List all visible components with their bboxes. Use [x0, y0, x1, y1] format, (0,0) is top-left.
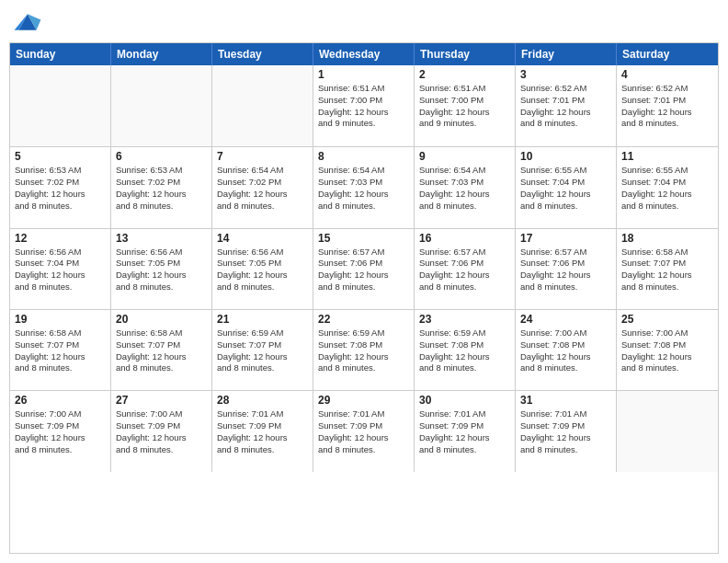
cal-cell-4-3: 21Sunrise: 6:59 AM Sunset: 7:07 PM Dayli…	[212, 310, 313, 390]
cal-cell-4-4: 22Sunrise: 6:59 AM Sunset: 7:08 PM Dayli…	[313, 310, 415, 390]
header-day-tuesday: Tuesday	[212, 43, 313, 65]
day-number: 17	[520, 232, 611, 245]
cal-cell-3-5: 16Sunrise: 6:57 AM Sunset: 7:06 PM Dayli…	[415, 229, 516, 309]
day-number: 19	[15, 313, 106, 326]
cal-cell-5-2: 27Sunrise: 7:00 AM Sunset: 7:09 PM Dayli…	[111, 391, 212, 471]
day-number: 6	[116, 150, 207, 163]
cal-cell-4-7: 25Sunrise: 7:00 AM Sunset: 7:08 PM Dayli…	[617, 310, 718, 390]
day-number: 14	[217, 232, 308, 245]
day-number: 22	[318, 313, 409, 326]
day-number: 3	[520, 68, 611, 81]
cal-cell-4-1: 19Sunrise: 6:58 AM Sunset: 7:07 PM Dayli…	[10, 310, 111, 390]
header-day-monday: Monday	[111, 43, 212, 65]
day-info: Sunrise: 7:01 AM Sunset: 7:09 PM Dayligh…	[520, 408, 611, 455]
week-row-3: 12Sunrise: 6:56 AM Sunset: 7:04 PM Dayli…	[10, 228, 718, 309]
day-number: 12	[15, 232, 106, 245]
day-info: Sunrise: 7:01 AM Sunset: 7:09 PM Dayligh…	[419, 408, 510, 455]
cal-cell-4-5: 23Sunrise: 6:59 AM Sunset: 7:08 PM Dayli…	[415, 310, 516, 390]
cal-cell-5-5: 30Sunrise: 7:01 AM Sunset: 7:09 PM Dayli…	[415, 391, 516, 471]
cal-cell-3-1: 12Sunrise: 6:56 AM Sunset: 7:04 PM Dayli…	[10, 229, 111, 309]
header-day-friday: Friday	[516, 43, 617, 65]
week-row-5: 26Sunrise: 7:00 AM Sunset: 7:09 PM Dayli…	[10, 390, 718, 471]
day-number: 8	[318, 150, 409, 163]
day-info: Sunrise: 6:58 AM Sunset: 7:07 PM Dayligh…	[15, 327, 106, 374]
calendar: SundayMondayTuesdayWednesdayThursdayFrid…	[9, 42, 719, 554]
calendar-header: SundayMondayTuesdayWednesdayThursdayFrid…	[10, 43, 718, 65]
cal-cell-5-1: 26Sunrise: 7:00 AM Sunset: 7:09 PM Dayli…	[10, 391, 111, 471]
day-number: 30	[419, 394, 510, 407]
day-info: Sunrise: 6:52 AM Sunset: 7:01 PM Dayligh…	[621, 83, 713, 130]
logo	[13, 9, 46, 35]
day-number: 16	[419, 232, 510, 245]
day-info: Sunrise: 6:58 AM Sunset: 7:07 PM Dayligh…	[116, 327, 207, 374]
day-number: 28	[217, 394, 308, 407]
day-info: Sunrise: 6:53 AM Sunset: 7:02 PM Dayligh…	[116, 165, 207, 212]
day-number: 18	[621, 232, 713, 245]
header	[9, 9, 719, 35]
day-info: Sunrise: 6:56 AM Sunset: 7:05 PM Dayligh…	[217, 247, 308, 293]
day-info: Sunrise: 7:01 AM Sunset: 7:09 PM Dayligh…	[318, 408, 409, 455]
day-info: Sunrise: 7:01 AM Sunset: 7:09 PM Dayligh…	[217, 408, 308, 455]
day-info: Sunrise: 6:54 AM Sunset: 7:03 PM Dayligh…	[419, 165, 510, 212]
cal-cell-3-4: 15Sunrise: 6:57 AM Sunset: 7:06 PM Dayli…	[313, 229, 415, 309]
day-info: Sunrise: 6:59 AM Sunset: 7:08 PM Dayligh…	[318, 327, 409, 374]
day-info: Sunrise: 6:55 AM Sunset: 7:04 PM Dayligh…	[621, 165, 713, 212]
day-info: Sunrise: 6:57 AM Sunset: 7:06 PM Dayligh…	[318, 247, 409, 293]
cal-cell-5-4: 29Sunrise: 7:01 AM Sunset: 7:09 PM Dayli…	[313, 391, 415, 471]
cal-cell-2-7: 11Sunrise: 6:55 AM Sunset: 7:04 PM Dayli…	[617, 147, 718, 227]
day-number: 26	[15, 394, 106, 407]
cal-cell-1-1	[10, 65, 111, 146]
day-info: Sunrise: 6:52 AM Sunset: 7:01 PM Dayligh…	[520, 83, 611, 130]
cal-cell-2-2: 6Sunrise: 6:53 AM Sunset: 7:02 PM Daylig…	[111, 147, 212, 227]
day-number: 20	[116, 313, 207, 326]
day-info: Sunrise: 6:51 AM Sunset: 7:00 PM Dayligh…	[419, 83, 510, 130]
day-number: 27	[116, 394, 207, 407]
cal-cell-3-6: 17Sunrise: 6:57 AM Sunset: 7:06 PM Dayli…	[516, 229, 617, 309]
logo-icon	[13, 9, 42, 35]
day-info: Sunrise: 6:57 AM Sunset: 7:06 PM Dayligh…	[520, 247, 611, 293]
calendar-body: 1Sunrise: 6:51 AM Sunset: 7:00 PM Daylig…	[10, 65, 718, 553]
header-day-saturday: Saturday	[617, 43, 718, 65]
day-info: Sunrise: 6:54 AM Sunset: 7:03 PM Dayligh…	[318, 165, 409, 212]
day-info: Sunrise: 6:58 AM Sunset: 7:07 PM Dayligh…	[621, 247, 713, 293]
week-row-1: 1Sunrise: 6:51 AM Sunset: 7:00 PM Daylig…	[10, 65, 718, 146]
day-number: 10	[520, 150, 611, 163]
day-number: 7	[217, 150, 308, 163]
cal-cell-2-5: 9Sunrise: 6:54 AM Sunset: 7:03 PM Daylig…	[415, 147, 516, 227]
day-info: Sunrise: 7:00 AM Sunset: 7:09 PM Dayligh…	[116, 408, 207, 455]
day-info: Sunrise: 6:59 AM Sunset: 7:07 PM Dayligh…	[217, 327, 308, 374]
cal-cell-4-6: 24Sunrise: 7:00 AM Sunset: 7:08 PM Dayli…	[516, 310, 617, 390]
cal-cell-2-1: 5Sunrise: 6:53 AM Sunset: 7:02 PM Daylig…	[10, 147, 111, 227]
cal-cell-3-2: 13Sunrise: 6:56 AM Sunset: 7:05 PM Dayli…	[111, 229, 212, 309]
day-number: 9	[419, 150, 510, 163]
day-number: 15	[318, 232, 409, 245]
cal-cell-1-4: 1Sunrise: 6:51 AM Sunset: 7:00 PM Daylig…	[313, 65, 415, 146]
week-row-4: 19Sunrise: 6:58 AM Sunset: 7:07 PM Dayli…	[10, 309, 718, 390]
day-number: 23	[419, 313, 510, 326]
day-info: Sunrise: 6:56 AM Sunset: 7:04 PM Dayligh…	[15, 247, 106, 293]
header-day-sunday: Sunday	[10, 43, 111, 65]
day-number: 11	[621, 150, 713, 163]
cal-cell-2-4: 8Sunrise: 6:54 AM Sunset: 7:03 PM Daylig…	[313, 147, 415, 227]
day-info: Sunrise: 7:00 AM Sunset: 7:08 PM Dayligh…	[520, 327, 611, 374]
day-number: 31	[520, 394, 611, 407]
cal-cell-1-7: 4Sunrise: 6:52 AM Sunset: 7:01 PM Daylig…	[617, 65, 718, 146]
header-day-thursday: Thursday	[415, 43, 516, 65]
day-info: Sunrise: 6:51 AM Sunset: 7:00 PM Dayligh…	[318, 83, 409, 130]
day-info: Sunrise: 6:59 AM Sunset: 7:08 PM Dayligh…	[419, 327, 510, 374]
day-info: Sunrise: 6:56 AM Sunset: 7:05 PM Dayligh…	[116, 247, 207, 293]
cal-cell-1-3	[212, 65, 313, 146]
day-number: 29	[318, 394, 409, 407]
day-info: Sunrise: 6:57 AM Sunset: 7:06 PM Dayligh…	[419, 247, 510, 293]
cal-cell-1-5: 2Sunrise: 6:51 AM Sunset: 7:00 PM Daylig…	[415, 65, 516, 146]
day-number: 24	[520, 313, 611, 326]
day-number: 1	[318, 68, 409, 81]
cal-cell-5-6: 31Sunrise: 7:01 AM Sunset: 7:09 PM Dayli…	[516, 391, 617, 471]
day-info: Sunrise: 6:55 AM Sunset: 7:04 PM Dayligh…	[520, 165, 611, 212]
day-number: 13	[116, 232, 207, 245]
day-number: 21	[217, 313, 308, 326]
day-info: Sunrise: 7:00 AM Sunset: 7:08 PM Dayligh…	[621, 327, 713, 374]
cal-cell-2-6: 10Sunrise: 6:55 AM Sunset: 7:04 PM Dayli…	[516, 147, 617, 227]
day-number: 2	[419, 68, 510, 81]
cal-cell-5-3: 28Sunrise: 7:01 AM Sunset: 7:09 PM Dayli…	[212, 391, 313, 471]
